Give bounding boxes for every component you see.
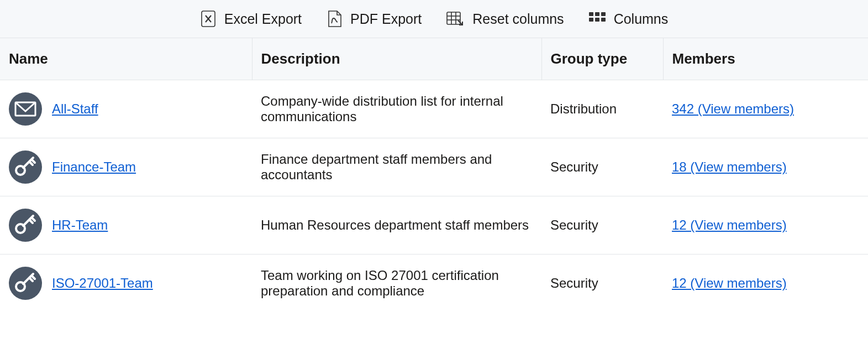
columns-grid-icon xyxy=(588,11,606,27)
cell-group-type: Security xyxy=(541,196,663,255)
cell-group-type: Security xyxy=(541,138,663,196)
key-icon xyxy=(9,267,42,300)
cell-group-type: Distribution xyxy=(541,80,663,138)
reset-columns-label: Reset columns xyxy=(472,11,564,27)
cell-name: All-Staff xyxy=(0,80,252,138)
svg-rect-1 xyxy=(447,12,460,24)
toolbar: Excel Export PDF Export Reset columns xyxy=(0,0,868,38)
reset-columns-button[interactable]: Reset columns xyxy=(446,11,564,27)
cell-description: Human Resources department staff members xyxy=(252,196,541,255)
key-icon xyxy=(9,209,42,242)
cell-name: ISO-27001-Team xyxy=(0,255,252,313)
group-name-link[interactable]: Finance-Team xyxy=(52,159,136,175)
table-row: HR-TeamHuman Resources department staff … xyxy=(0,196,868,255)
envelope-icon xyxy=(9,92,42,126)
table-row: All-StaffCompany-wide distribution list … xyxy=(0,80,868,138)
cell-members: 12 (View members) xyxy=(663,255,868,313)
svg-rect-11 xyxy=(601,18,606,22)
cell-members: 12 (View members) xyxy=(663,196,868,255)
view-members-link[interactable]: 342 (View members) xyxy=(672,101,794,116)
groups-table: Name Description Group type Members All-… xyxy=(0,38,868,312)
pdf-file-icon xyxy=(326,10,343,28)
svg-rect-9 xyxy=(589,18,593,22)
excel-export-button[interactable]: Excel Export xyxy=(200,10,302,28)
reset-columns-icon xyxy=(446,11,465,27)
view-members-link[interactable]: 12 (View members) xyxy=(672,276,787,290)
svg-rect-8 xyxy=(601,12,606,16)
cell-members: 342 (View members) xyxy=(663,80,868,138)
columns-label: Columns xyxy=(614,11,669,27)
table-row: Finance-TeamFinance department staff mem… xyxy=(0,138,868,196)
col-header-group-type[interactable]: Group type xyxy=(541,38,663,80)
cell-description: Team working on ISO 27001 certification … xyxy=(252,255,541,313)
view-members-link[interactable]: 18 (View members) xyxy=(672,159,787,174)
pdf-export-label: PDF Export xyxy=(350,11,422,27)
cell-description: Finance department staff members and acc… xyxy=(252,138,541,196)
table-row: ISO-27001-TeamTeam working on ISO 27001 … xyxy=(0,255,868,313)
columns-button[interactable]: Columns xyxy=(588,11,669,27)
cell-members: 18 (View members) xyxy=(663,138,868,196)
col-header-members[interactable]: Members xyxy=(663,38,868,80)
view-members-link[interactable]: 12 (View members) xyxy=(672,217,787,232)
group-name-link[interactable]: ISO-27001-Team xyxy=(52,276,153,291)
svg-rect-7 xyxy=(595,12,599,16)
excel-file-icon xyxy=(200,10,217,28)
cell-group-type: Security xyxy=(541,255,663,313)
pdf-export-button[interactable]: PDF Export xyxy=(326,10,422,28)
svg-rect-6 xyxy=(589,12,593,16)
group-name-link[interactable]: All-Staff xyxy=(52,101,98,117)
table-header-row: Name Description Group type Members xyxy=(0,38,868,80)
key-icon xyxy=(9,150,42,184)
excel-export-label: Excel Export xyxy=(224,11,302,27)
col-header-name[interactable]: Name xyxy=(0,38,252,80)
cell-description: Company-wide distribution list for inter… xyxy=(252,80,541,138)
group-name-link[interactable]: HR-Team xyxy=(52,217,108,233)
col-header-description[interactable]: Description xyxy=(252,38,541,80)
cell-name: HR-Team xyxy=(0,196,252,255)
cell-name: Finance-Team xyxy=(0,138,252,196)
svg-rect-10 xyxy=(595,18,599,22)
